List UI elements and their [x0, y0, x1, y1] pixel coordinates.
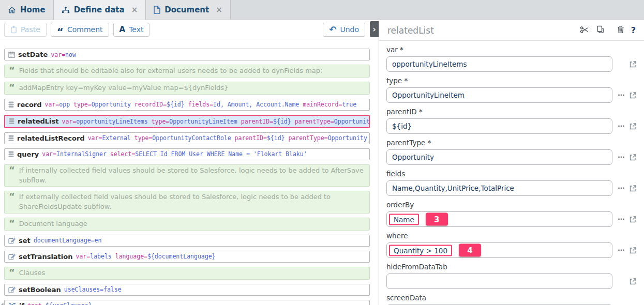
home-icon — [8, 6, 16, 14]
lookup-dots-button[interactable] — [618, 156, 625, 159]
copy-icon — [596, 25, 605, 35]
inspector-field: screenData — [386, 294, 637, 305]
tree-icon — [62, 6, 70, 13]
var-input[interactable] — [386, 56, 612, 72]
document-icon — [154, 6, 160, 14]
parentID-input[interactable] — [386, 118, 612, 134]
editor-toolbar: Paste “ Comment A Text ↶ Undo › — [0, 20, 379, 39]
record-row[interactable]: recordvar=opp type=Opportunity recordID=… — [4, 99, 370, 111]
setBoolean-row[interactable]: setBooleanuseClauses=false — [4, 284, 370, 296]
open-external-button[interactable] — [629, 216, 637, 223]
open-external-button[interactable] — [629, 185, 637, 192]
command-params: var=now — [51, 51, 76, 58]
comment-text: addMapEntry key=myKey value=myValue map=… — [19, 83, 228, 93]
cut-button[interactable] — [580, 26, 589, 35]
relatedList-row[interactable]: relatedListvar=opportunityLineItems type… — [4, 115, 370, 128]
inspector-field: var * — [386, 45, 637, 72]
command-params: var=External type=OpportunityContactRole… — [88, 134, 370, 142]
undo-label: Undo — [340, 25, 359, 34]
help-button[interactable]: ? — [631, 25, 636, 35]
shuffle-icon — [8, 302, 16, 305]
help-icon: ? — [631, 25, 636, 35]
text-button[interactable]: A Text — [113, 23, 150, 37]
comment-text: If externally collected field values sho… — [19, 192, 365, 212]
annotation-overlay: Quantity > 1004 — [389, 244, 481, 257]
lookup-dots-button[interactable] — [618, 94, 625, 97]
tab-label: Define data — [74, 5, 125, 14]
step-badge: 4 — [459, 244, 481, 257]
inspector-header: relatedList ? — [379, 20, 644, 41]
comment-row[interactable]: “If internally collected field values sh… — [4, 164, 370, 187]
field-label: screenData — [386, 294, 637, 302]
fields-input[interactable] — [386, 180, 612, 196]
tab-home[interactable]: Home — [0, 0, 54, 20]
inspector-field: parentID * — [386, 108, 637, 134]
inspector-field: hideFromDataTab — [386, 263, 637, 289]
comment-row[interactable]: “Document language — [4, 218, 370, 231]
setTranslation-row[interactable]: setTranslationvar=labels language=${docu… — [4, 251, 370, 263]
comment-row[interactable]: “Fields that should be editable also for… — [4, 65, 370, 78]
if-row[interactable]: iftest=${useClauses} — [4, 300, 370, 305]
tab-label: Document — [164, 5, 209, 14]
comment-row[interactable]: “addMapEntry key=myKey value=myValue map… — [4, 82, 370, 95]
setDate-row[interactable]: setDatevar=now — [4, 49, 370, 60]
tab-document[interactable]: Document× — [146, 0, 231, 20]
chevron-right-icon: › — [372, 25, 376, 34]
undo-button[interactable]: ↶ Undo — [323, 23, 365, 37]
paste-icon — [10, 26, 17, 34]
paste-button[interactable]: Paste — [4, 23, 47, 37]
tab-label: Home — [20, 5, 46, 14]
quote-icon: “ — [9, 270, 15, 274]
text-a-icon: A — [119, 25, 126, 34]
quote-icon: “ — [9, 221, 15, 225]
database-icon — [9, 118, 14, 125]
command-params: test=${useClauses} — [27, 302, 92, 305]
field-label: where — [386, 232, 637, 240]
command-name: setBoolean — [19, 286, 61, 294]
close-tab-icon[interactable]: × — [216, 6, 222, 14]
open-external-button[interactable] — [629, 91, 637, 99]
command-name: query — [17, 150, 39, 158]
command-name: relatedListRecord — [17, 134, 85, 142]
command-name: relatedList — [18, 117, 59, 125]
inspector-field: parentType * — [386, 139, 637, 165]
lookup-dots-button[interactable] — [618, 125, 625, 128]
inspector-title: relatedList — [387, 25, 573, 36]
tab-define-data[interactable]: Define data× — [54, 0, 146, 20]
lookup-dots-button[interactable] — [618, 187, 625, 190]
copy-button[interactable] — [596, 25, 605, 35]
relatedListRecord-row[interactable]: relatedListRecordvar=External type=Oppor… — [4, 132, 370, 144]
database-icon — [8, 101, 14, 108]
command-params: useClauses=false — [64, 286, 122, 293]
delete-button[interactable] — [617, 25, 624, 35]
paste-label: Paste — [21, 25, 40, 34]
set-row[interactable]: setdocumentLanguage=en — [4, 235, 370, 247]
field-label: hideFromDataTab — [386, 263, 637, 271]
comment-row[interactable]: “If externally collected field values sh… — [4, 191, 370, 213]
step-badge: 3 — [426, 213, 448, 226]
inspector-field: type * — [386, 77, 637, 103]
lookup-dots-button[interactable] — [618, 218, 625, 221]
query-row[interactable]: queryvar=InternalSigner select=SELECT Id… — [4, 148, 370, 160]
comment-button[interactable]: “ Comment — [51, 23, 109, 37]
command-params: documentLanguage=en — [34, 237, 102, 244]
comment-row[interactable]: “Clauses — [4, 267, 370, 280]
comment-text: Fields that should be editable also for … — [19, 66, 323, 76]
hideFromDataTab-input[interactable] — [386, 273, 612, 289]
parentType-input[interactable] — [386, 149, 612, 165]
open-external-button[interactable] — [629, 278, 637, 285]
type-input[interactable] — [386, 87, 612, 103]
command-params: var=opp type=Opportunity recordID=${id} … — [45, 101, 356, 108]
close-tab-icon[interactable]: × — [131, 6, 138, 14]
open-external-button[interactable] — [629, 154, 637, 161]
quote-icon: “ — [9, 85, 15, 89]
quote-icon: “ — [9, 194, 15, 199]
open-external-button[interactable] — [629, 247, 637, 254]
panel-collapse-button[interactable]: › — [370, 21, 379, 37]
command-params: var=opportunityLineItems type=Opportunit… — [62, 118, 370, 125]
command-name: setTranslation — [19, 253, 72, 261]
lookup-dots-button[interactable] — [618, 249, 625, 252]
comment-text: Document language — [19, 219, 87, 229]
open-external-button[interactable] — [629, 60, 637, 68]
open-external-button[interactable] — [629, 123, 637, 130]
